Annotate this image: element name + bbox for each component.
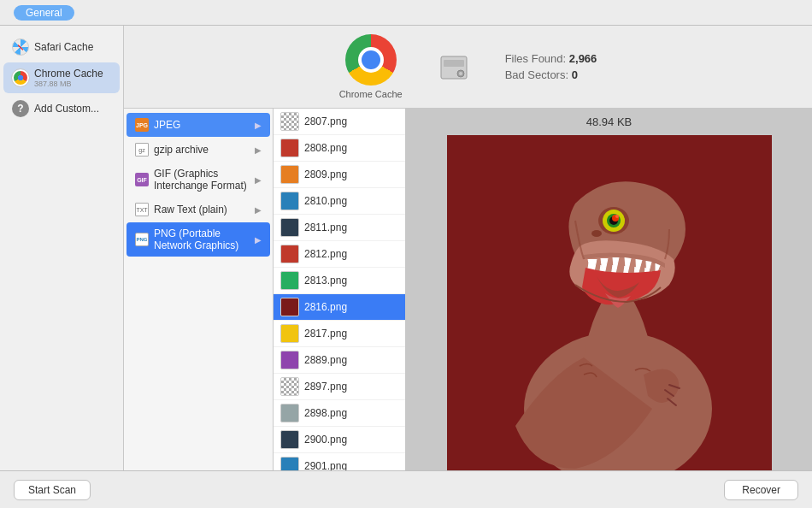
sidebar-chrome-sublabel: 387.88 MB [34,80,103,88]
file-name-2900: 2900.png [304,434,347,446]
file-name-2810: 2810.png [304,195,347,207]
menu-jpeg-label: JPEG [154,119,180,131]
file-item-2897[interactable]: 2897.png [274,374,405,400]
disk-icon [437,50,471,84]
rawtext-icon: TXT [135,203,149,216]
file-thumb-2812 [280,245,299,263]
sidebar: Safari Cache Chrome Cache 387.88 MB ? Ad… [0,26,124,470]
sidebar-add-custom-label: Add Custom... [34,103,99,115]
sidebar-item-safari[interactable]: Safari Cache [3,33,120,61]
content-area: Chrome Cache Files Found: 2,966 Bad [124,26,812,470]
sidebar-safari-label: Safari Cache [34,41,93,53]
chrome-icon-small [12,69,29,86]
file-item-2812[interactable]: 2812.png [274,241,405,268]
jpeg-chevron: ▶ [255,121,262,130]
file-item-2807[interactable]: 2807.png [274,109,405,135]
file-thumb-2810 [280,192,299,210]
file-item-2817[interactable]: 2817.png [274,321,405,347]
file-thumb-2889 [280,351,299,369]
file-name-2811: 2811.png [304,222,347,233]
gzip-icon: gz [135,143,149,157]
file-name-2898: 2898.png [304,407,347,419]
file-item-2810[interactable]: 2810.png [274,188,405,215]
start-scan-button[interactable]: Start Scan [14,480,91,500]
file-item-2809[interactable]: 2809.png [274,162,405,188]
menu-item-png[interactable]: PNG PNG (Portable Network Graphics) ▶ [127,222,270,257]
file-item-2808[interactable]: 2808.png [274,135,405,162]
svg-point-3 [459,72,462,75]
file-thumb-2811 [280,218,299,237]
bad-sectors-value: 0 [572,68,578,81]
menu-item-gzip[interactable]: gz gzip archive ▶ [127,138,270,162]
file-thumb-2808 [280,139,299,157]
menu-item-jpeg[interactable]: JPG JPEG ▶ [127,113,270,137]
preview-image [447,135,772,470]
trex-svg [447,135,772,470]
file-name-2812: 2812.png [304,248,347,260]
disk-svg [437,50,471,84]
gif-icon: GIF [135,173,149,186]
file-thumb-2901 [280,457,299,470]
png-chevron: ▶ [255,235,262,245]
safari-icon [12,38,29,56]
file-name-2817: 2817.png [304,328,347,340]
menu-gzip-label: gzip archive [154,144,209,156]
bad-sectors-row: Bad Sectors: 0 [505,68,597,81]
file-thumb-2816 [280,298,299,316]
files-found-row: Files Found: 2,966 [505,52,597,65]
file-thumb-2900 [280,430,299,449]
svg-point-12 [591,230,602,237]
bad-sectors-label: Bad Sectors: [505,68,568,81]
sidebar-item-add-custom[interactable]: ? Add Custom... [3,95,120,122]
file-name-2897: 2897.png [304,381,347,393]
file-item-2816[interactable]: 2816.png [274,294,405,321]
top-bar: General [0,0,812,26]
gzip-chevron: ▶ [255,145,262,155]
menu-item-gif[interactable]: GIF GIF (Graphics Interchange Format) ▶ [127,162,270,197]
svg-rect-1 [444,60,464,67]
file-item-2889[interactable]: 2889.png [274,347,405,374]
center-panel: JPG JPEG ▶ gz gzip archive ▶ [124,109,812,470]
file-name-2809: 2809.png [304,168,347,180]
menu-png-label: PNG (Portable Network Graphics) [154,227,255,251]
rawtext-chevron: ▶ [255,205,262,215]
chrome-large-icon [345,34,397,86]
file-name-2901: 2901.png [304,460,347,470]
main-content: Safari Cache Chrome Cache 387.88 MB ? Ad… [0,26,812,470]
file-item-2811[interactable]: 2811.png [274,215,405,241]
file-thumb-2897 [280,377,299,396]
question-icon: ? [12,100,29,117]
files-found-value: 2,966 [569,52,597,65]
file-item-2898[interactable]: 2898.png [274,400,405,427]
jpeg-icon: JPG [135,118,149,132]
file-name-2889: 2889.png [304,354,347,366]
menu-item-raw-text[interactable]: TXT Raw Text (plain) ▶ [127,198,270,222]
menu-gif-label: GIF (Graphics Interchange Format) [154,168,255,192]
file-name-2807: 2807.png [304,115,347,127]
file-item-2901[interactable]: 2901.png [274,453,405,470]
file-thumb-2817 [280,324,299,343]
recover-button[interactable]: Recover [724,480,798,500]
preview-file-size: 48.94 KB [586,115,633,128]
gif-chevron: ▶ [255,175,262,185]
file-item-2900[interactable]: 2900.png [274,427,405,453]
sidebar-item-chrome[interactable]: Chrome Cache 387.88 MB [3,62,120,93]
chrome-cache-title: Chrome Cache [339,89,403,99]
file-name-2813: 2813.png [304,275,347,286]
general-button[interactable]: General [14,5,74,21]
file-list: 2807.png2808.png2809.png2810.png2811.png… [274,109,406,470]
stats-box: Files Found: 2,966 Bad Sectors: 0 [505,52,597,81]
bottom-bar: Start Scan Recover [0,470,812,508]
file-name-2808: 2808.png [304,142,347,154]
chrome-ring [345,34,397,86]
menu-rawtext-label: Raw Text (plain) [154,204,227,216]
file-thumb-2809 [280,165,299,184]
file-thumb-2813 [280,271,299,290]
png-icon: PNG [135,233,149,246]
files-found-label: Files Found: [505,52,567,65]
file-thumb-2807 [280,112,299,131]
sidebar-chrome-label: Chrome Cache [34,68,103,80]
file-item-2813[interactable]: 2813.png [274,268,405,294]
svg-point-11 [615,215,619,218]
filetype-menu: JPG JPEG ▶ gz gzip archive ▶ [124,109,274,470]
